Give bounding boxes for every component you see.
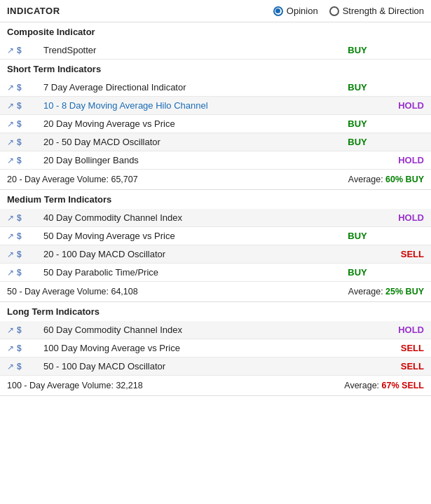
chart-icon[interactable]: ↗ (7, 362, 14, 372)
dollar-icon[interactable]: $ (17, 119, 22, 129)
summary-average-label: Average: (348, 287, 385, 297)
dollar-icon[interactable]: $ (17, 83, 22, 93)
indicator-row: ↗$TrendSpotterBUY (0, 41, 431, 60)
signal-right: HOLD (382, 155, 424, 165)
row-icons: ↗$ (7, 268, 41, 278)
summary-average-value: 25% BUY (385, 287, 424, 297)
row-icons: ↗$ (7, 250, 41, 259)
dollar-icon[interactable]: $ (17, 362, 22, 372)
section-header-medium-term: Medium Term Indicators (0, 190, 431, 209)
dollar-icon[interactable]: $ (17, 268, 22, 278)
chart-icon[interactable]: ↗ (7, 156, 14, 165)
summary-volume: 100 - Day Average Volume: 32,218 (7, 381, 143, 390)
indicator-name: 50 - 100 Day MACD Oscillator (41, 361, 333, 372)
summary-average: Average: 25% BUY (348, 287, 424, 297)
row-icons: ↗$ (7, 213, 41, 223)
row-icons: ↗$ (7, 156, 41, 165)
dollar-icon[interactable]: $ (17, 213, 22, 223)
indicator-row: ↗$20 Day Bollinger BandsHOLD (0, 151, 431, 170)
indicator-name: 20 - 100 Day MACD Oscillator (41, 249, 333, 259)
radio-strength-circle[interactable] (329, 6, 339, 16)
section-header-long-term: Long Term Indicators (0, 302, 431, 321)
row-icons: ↗$ (7, 343, 41, 353)
signal-right: HOLD (382, 325, 424, 335)
row-icons: ↗$ (7, 231, 41, 241)
chart-icon[interactable]: ↗ (7, 250, 14, 259)
chart-icon[interactable]: ↗ (7, 325, 14, 335)
signal-left: BUY (333, 45, 382, 55)
indicator-row: ↗$50 - 100 Day MACD OscillatorSELL (0, 357, 431, 376)
signal-left: BUY (333, 137, 382, 147)
indicator-name: 100 Day Moving Average vs Price (41, 343, 333, 353)
indicator-name: 50 Day Parabolic Time/Price (41, 267, 333, 278)
indicator-name: 40 Day Commodity Channel Index (41, 212, 333, 223)
indicator-row: ↗$7 Day Average Directional IndicatorBUY (0, 79, 431, 97)
signal-left: BUY (333, 231, 382, 241)
header: INDICATOR Opinion Strength & Direction (0, 0, 431, 22)
dollar-icon[interactable]: $ (17, 231, 22, 241)
signal-left: BUY (333, 267, 382, 278)
sections-container: Composite Indicator↗$TrendSpotterBUYShor… (0, 22, 431, 396)
indicator-name: 7 Day Average Directional Indicator (41, 82, 333, 93)
row-icons: ↗$ (7, 101, 41, 111)
signal-right: HOLD (382, 212, 424, 223)
chart-icon[interactable]: ↗ (7, 119, 14, 129)
row-icons: ↗$ (7, 46, 41, 55)
indicator-name: 10 - 8 Day Moving Average Hilo Channel (41, 100, 333, 111)
summary-row-long-term: 100 - Day Average Volume: 32,218Average:… (0, 376, 431, 396)
summary-average-label: Average: (344, 381, 381, 390)
chart-icon[interactable]: ↗ (7, 343, 14, 353)
dollar-icon[interactable]: $ (17, 46, 22, 55)
indicator-name: 20 Day Bollinger Bands (41, 155, 333, 165)
chart-icon[interactable]: ↗ (7, 137, 14, 147)
chart-icon[interactable]: ↗ (7, 268, 14, 278)
indicator-row: ↗$100 Day Moving Average vs PriceSELL (0, 339, 431, 357)
chart-icon[interactable]: ↗ (7, 46, 14, 55)
row-icons: ↗$ (7, 362, 41, 372)
indicator-row: ↗$20 Day Moving Average vs PriceBUY (0, 115, 431, 133)
signal-left: BUY (333, 118, 382, 129)
indicator-row: ↗$20 - 50 Day MACD OscillatorBUY (0, 133, 431, 151)
radio-strength[interactable]: Strength & Direction (329, 6, 424, 16)
section-header-composite: Composite Indicator (0, 22, 431, 41)
radio-opinion-circle[interactable] (273, 6, 283, 16)
summary-average-value: 67% SELL (382, 381, 424, 390)
radio-opinion-label: Opinion (287, 6, 318, 16)
summary-volume: 50 - Day Average Volume: 64,108 (7, 287, 138, 297)
summary-average: Average: 67% SELL (344, 381, 424, 390)
signal-right: SELL (382, 361, 424, 372)
radio-opinion[interactable]: Opinion (273, 6, 318, 16)
chart-icon[interactable]: ↗ (7, 83, 14, 93)
dollar-icon[interactable]: $ (17, 101, 22, 111)
row-icons: ↗$ (7, 325, 41, 335)
dollar-icon[interactable]: $ (17, 137, 22, 147)
indicator-row: ↗$60 Day Commodity Channel IndexHOLD (0, 321, 431, 339)
chart-icon[interactable]: ↗ (7, 213, 14, 223)
row-icons: ↗$ (7, 83, 41, 93)
indicator-row: ↗$50 Day Parabolic Time/PriceBUY (0, 264, 431, 282)
dollar-icon[interactable]: $ (17, 156, 22, 165)
indicator-row: ↗$10 - 8 Day Moving Average Hilo Channel… (0, 97, 431, 115)
radio-strength-label: Strength & Direction (343, 6, 424, 16)
summary-volume: 20 - Day Average Volume: 65,707 (7, 175, 138, 184)
signal-right: HOLD (382, 100, 424, 111)
indicator-link[interactable]: 10 - 8 Day Moving Average Hilo Channel (43, 100, 208, 111)
signal-right: SELL (382, 249, 424, 259)
chart-icon[interactable]: ↗ (7, 231, 14, 241)
indicator-row: ↗$50 Day Moving Average vs PriceBUY (0, 227, 431, 245)
indicator-row: ↗$20 - 100 Day MACD OscillatorSELL (0, 245, 431, 264)
chart-icon[interactable]: ↗ (7, 101, 14, 111)
row-icons: ↗$ (7, 137, 41, 147)
dollar-icon[interactable]: $ (17, 250, 22, 259)
indicator-name: 50 Day Moving Average vs Price (41, 231, 333, 241)
section-header-short-term: Short Term Indicators (0, 60, 431, 79)
dollar-icon[interactable]: $ (17, 325, 22, 335)
row-icons: ↗$ (7, 119, 41, 129)
radio-group: Opinion Strength & Direction (273, 6, 424, 16)
indicator-row: ↗$40 Day Commodity Channel IndexHOLD (0, 209, 431, 227)
signal-right: SELL (382, 343, 424, 353)
dollar-icon[interactable]: $ (17, 343, 22, 353)
summary-average-label: Average: (348, 175, 385, 184)
indicator-name: TrendSpotter (41, 45, 333, 55)
header-title: INDICATOR (7, 6, 60, 16)
